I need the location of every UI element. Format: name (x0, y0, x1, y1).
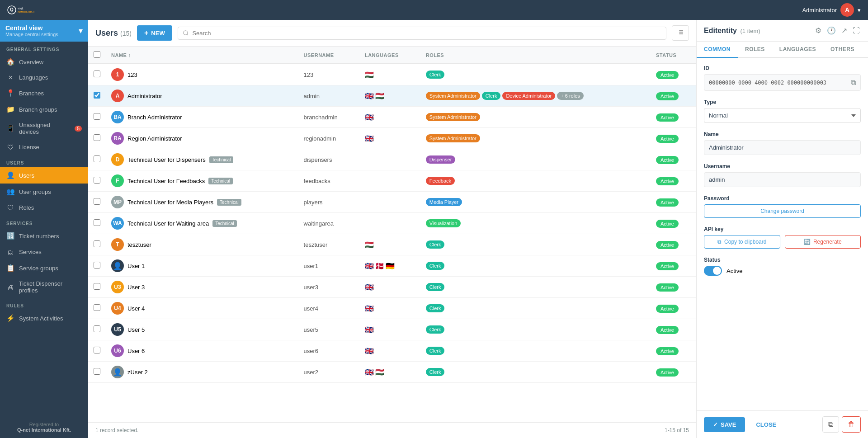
sidebar-item-system-activities[interactable]: ⚡ System Activities (0, 310, 88, 326)
username-field-group: Username (704, 163, 861, 187)
row-checkbox[interactable] (94, 92, 100, 99)
status-badge: Active (656, 71, 679, 79)
user-menu[interactable]: Administrator A ▾ (802, 3, 861, 17)
tab-common[interactable]: COMMON (697, 42, 738, 58)
table-row[interactable]: AAdministratoradmin🇬🇧🇭🇺System Administra… (88, 85, 696, 107)
select-all-header[interactable] (88, 47, 106, 64)
id-field-group: ID 00000000-0000-4000-0002-000000000003 … (704, 65, 861, 91)
col-roles: ROLES (420, 47, 651, 64)
user-name: Administrator (802, 7, 837, 14)
table-row[interactable]: 1123123🇭🇺ClerkActive (88, 64, 696, 85)
tab-others[interactable]: OTHERS (823, 42, 862, 58)
search-input[interactable] (192, 30, 661, 37)
table-row[interactable]: U5User 5user5🇬🇧ClerkActive (88, 319, 696, 340)
table-row[interactable]: 👤zUser 2user2🇬🇧🇭🇺ClerkActive (88, 362, 696, 383)
table-row[interactable]: DTechnical User for DispensersTechnicald… (88, 149, 696, 170)
table-row[interactable]: U4User 4user4🇬🇧ClerkActive (88, 298, 696, 319)
main-layout: Central view Manage central settings ▾ G… (0, 20, 868, 438)
change-password-button[interactable]: Change password (704, 204, 861, 218)
row-name-cell: 👤zUser 2 (106, 362, 298, 383)
row-checkbox[interactable] (94, 304, 100, 311)
table-row[interactable]: FTechnical User for FeedbacksTechnicalfe… (88, 170, 696, 192)
sidebar-item-overview[interactable]: 🏠 Overview (0, 54, 88, 70)
row-checkbox[interactable] (94, 283, 100, 290)
row-username: feedbacks (298, 170, 359, 192)
table-row[interactable]: WATechnical User for Waiting areaTechnic… (88, 213, 696, 234)
row-roles: Dispenser (420, 149, 651, 170)
row-checkbox[interactable] (94, 71, 100, 77)
table-row[interactable]: U6User 6user6🇬🇧ClerkActive (88, 340, 696, 362)
row-checkbox[interactable] (94, 368, 100, 375)
sidebar-item-license[interactable]: 🛡 License (0, 139, 88, 155)
tab-languages[interactable]: LANGUAGES (772, 42, 823, 58)
col-name[interactable]: NAME ↑ (106, 47, 298, 64)
flag-icon: 🇬🇧 (365, 92, 374, 100)
sidebar-item-users[interactable]: 👤 Users (0, 167, 88, 184)
table-row[interactable]: MPTechnical User for Media PlayersTechni… (88, 192, 696, 213)
delete-button[interactable]: 🗑 (842, 416, 861, 433)
id-copy-icon[interactable]: ⧉ (851, 78, 856, 87)
row-checkbox[interactable] (94, 155, 100, 162)
share-icon[interactable]: ↗ (840, 25, 848, 36)
close-button[interactable]: CLOSE (750, 417, 783, 432)
regenerate-button[interactable]: 🔄 Regenerate (785, 235, 861, 249)
central-view-item[interactable]: Central view Manage central settings ▾ (0, 20, 88, 42)
role-badge: System Administrator (426, 113, 480, 121)
table-footer: 1 record selected. 1-15 of 15 (88, 422, 696, 438)
history-icon[interactable]: 🕐 (826, 25, 837, 36)
table-row[interactable]: U3User 3user3🇬🇧ClerkActive (88, 277, 696, 298)
branches-icon: 📍 (6, 89, 14, 97)
copy-to-clipboard-button[interactable]: ⧉ Copy to clipboard (704, 235, 780, 249)
username-input[interactable] (704, 172, 861, 187)
section-label-general: GENERAL SETTINGS (0, 42, 88, 54)
new-button[interactable]: + NEW (137, 25, 172, 41)
sidebar-item-service-groups[interactable]: 📋 Service groups (0, 260, 88, 276)
sidebar-item-ticket-numbers[interactable]: 🔢 Ticket numbers (0, 228, 88, 244)
flag-icon: 🇭🇺 (365, 71, 374, 79)
table-row[interactable]: 👤User 1user1🇬🇧🇩🇰🇩🇪ClerkActive (88, 255, 696, 277)
plus-icon: + (144, 29, 148, 37)
duplicate-button[interactable]: ⧉ (822, 416, 839, 433)
row-checkbox[interactable] (94, 325, 100, 332)
sidebar-item-user-groups[interactable]: 👥 User groups (0, 184, 88, 200)
sidebar-item-services[interactable]: 🗂 Services (0, 244, 88, 260)
status-toggle[interactable] (704, 266, 722, 276)
save-button[interactable]: ✓ SAVE (704, 417, 745, 432)
row-name-text: User 4 (127, 305, 145, 312)
table-scroll[interactable]: NAME ↑ USERNAME LANGUAGES ROLES STATUS 1… (88, 47, 696, 422)
row-checkbox[interactable] (94, 198, 100, 205)
sidebar-item-label: Branches (19, 90, 44, 97)
row-checkbox[interactable] (94, 134, 100, 141)
sidebar-item-languages[interactable]: ✕ Languages (0, 70, 88, 85)
tab-roles[interactable]: ROLES (738, 42, 772, 58)
row-checkbox[interactable] (94, 240, 100, 247)
type-select[interactable]: Normal (704, 108, 861, 123)
row-checkbox[interactable] (94, 219, 100, 226)
sidebar-item-unassigned-devices[interactable]: 📱 Unassigned devices 5 (0, 118, 88, 139)
name-input[interactable] (704, 140, 861, 155)
settings-icon[interactable]: ⚙ (814, 25, 822, 36)
flag-icon: 🇭🇺 (365, 240, 374, 249)
row-checkbox[interactable] (94, 177, 100, 184)
expand-icon[interactable]: ⛶ (852, 26, 861, 36)
row-checkbox[interactable] (94, 347, 100, 353)
row-checkbox[interactable] (94, 262, 100, 268)
row-checkbox[interactable] (94, 113, 100, 120)
table-row[interactable]: BABranch Administratorbranchadmin🇬🇧Syste… (88, 107, 696, 128)
edit-panel: Editentity (1 item) ⚙ 🕐 ↗ ⛶ COMMON ROLES… (696, 20, 868, 438)
sidebar-item-roles[interactable]: 🛡 Roles (0, 200, 88, 216)
row-username: user6 (298, 340, 359, 362)
flag-icon: 🇬🇧 (365, 347, 374, 355)
status-badge: Active (656, 156, 679, 164)
sidebar-item-branches[interactable]: 📍 Branches (0, 85, 88, 101)
row-roles: System Administrator (420, 107, 651, 128)
password-label: Password (704, 195, 861, 202)
sidebar-item-ticket-dispenser-profiles[interactable]: 🖨 Ticket Dispenser profiles (0, 276, 88, 298)
select-all-checkbox[interactable] (94, 51, 100, 58)
table-row[interactable]: RARegion Administratorregionadmin🇬🇧Syste… (88, 128, 696, 149)
filter-button[interactable] (672, 25, 689, 41)
users-table: NAME ↑ USERNAME LANGUAGES ROLES STATUS 1… (88, 47, 696, 383)
sidebar-item-branch-groups[interactable]: 📁 Branch groups (0, 101, 88, 118)
pagination-info: 1-15 of 15 (665, 427, 689, 433)
table-row[interactable]: Ttesztusertesztuser🇭🇺ClerkActive (88, 234, 696, 255)
